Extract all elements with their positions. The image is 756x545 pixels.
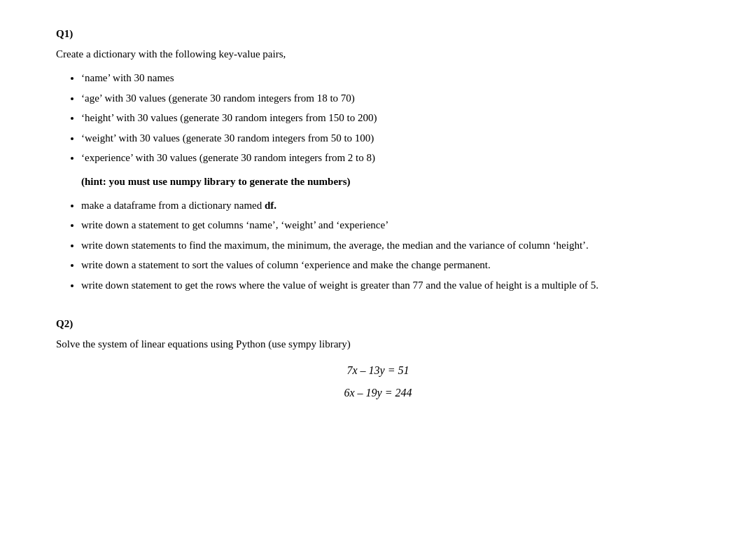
eq1-text: 7x – 13y = 51 — [347, 364, 410, 376]
q2-section: Q2) Solve the system of linear equations… — [56, 318, 700, 399]
q1-bullets-1: ‘name’ with 30 names ‘age’ with 30 value… — [56, 70, 700, 166]
list-item: ‘weight’ with 30 values (generate 30 ran… — [81, 130, 700, 146]
df-bold: df. — [265, 200, 276, 211]
list-item: write down a statement to sort the value… — [81, 257, 700, 273]
list-item: make a dataframe from a dictionary named… — [81, 198, 700, 214]
q1-label: Q1) — [56, 28, 700, 40]
q1-intro: Create a dictionary with the following k… — [56, 48, 700, 60]
list-item: ‘name’ with 30 names — [81, 70, 700, 86]
equation-2: 6x – 19y = 244 — [56, 387, 700, 399]
equation-1: 7x – 13y = 51 — [56, 364, 700, 377]
list-item: write down a statement to get columns ‘n… — [81, 217, 700, 233]
list-item: ‘experience’ with 30 values (generate 30… — [81, 150, 700, 166]
list-item: ‘age’ with 30 values (generate 30 random… — [81, 90, 700, 106]
eq2-text: 6x – 19y = 244 — [344, 387, 412, 399]
list-item: write down statement to get the rows whe… — [81, 277, 700, 294]
q2-intro: Solve the system of linear equations usi… — [56, 338, 700, 350]
q1-section: Q1) Create a dictionary with the followi… — [56, 28, 700, 293]
q1-bullets-2: make a dataframe from a dictionary named… — [56, 198, 700, 294]
list-item: write down statements to find the maximu… — [81, 237, 700, 254]
q1-hint: (hint: you must use numpy library to gen… — [81, 176, 700, 188]
list-item: ‘height’ with 30 values (generate 30 ran… — [81, 110, 700, 126]
equations-block: 7x – 13y = 51 6x – 19y = 244 — [56, 364, 700, 399]
q2-label: Q2) — [56, 318, 700, 330]
